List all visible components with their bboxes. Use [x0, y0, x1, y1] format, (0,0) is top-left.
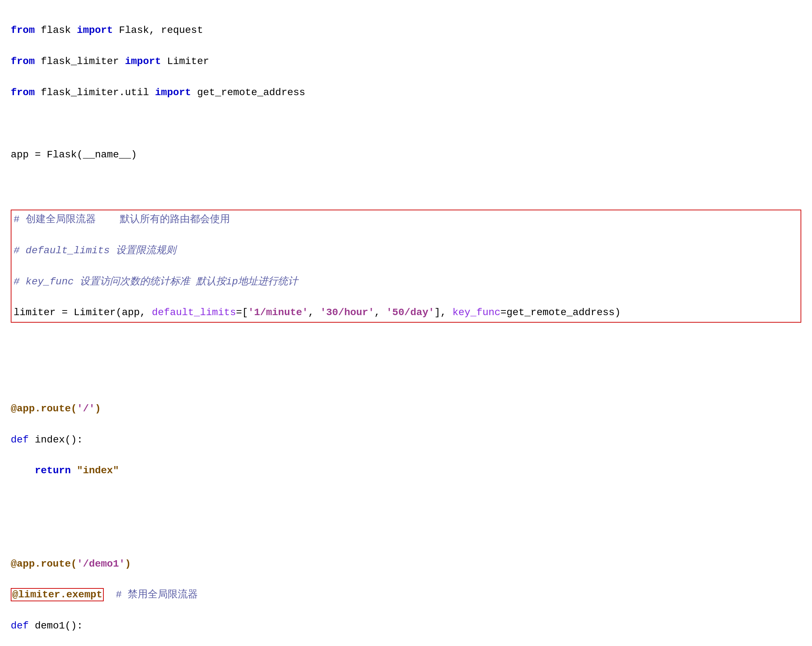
line-14: def index():: [11, 432, 801, 447]
line-10: limiter = Limiter(app, default_limits=['…: [14, 305, 798, 320]
line-1: from flask import Flask, request: [11, 23, 801, 38]
highlighted-block-1: # 创建全局限流器 默认所有的路由都会使用 # default_limits 设…: [11, 209, 801, 323]
line-2: from flask_limiter import Limiter: [11, 53, 801, 69]
line-5: app = Flask(__name__): [11, 147, 801, 162]
code-editor: from flask import Flask, request from fl…: [11, 7, 801, 646]
line-7: # 创建全局限流器 默认所有的路由都会使用: [14, 212, 798, 227]
line-12: [11, 370, 801, 385]
line-9: # key_func 设置访问次数的统计标准 默认按ip地址进行统计: [14, 274, 798, 289]
line-6: [11, 178, 801, 193]
line-4: [11, 116, 801, 131]
line-13: @app.route('/'): [11, 401, 801, 416]
line-8: # default_limits 设置限流规则: [14, 243, 798, 258]
line-18: @app.route('/demo1'): [11, 556, 801, 571]
line-20: def demo1():: [11, 618, 801, 634]
exempt-box: @limiter.exempt: [11, 588, 104, 601]
line-19: @limiter.exempt # 禁用全局限流器: [11, 587, 801, 602]
line-3: from flask_limiter.util import get_remot…: [11, 85, 801, 100]
line-17: [11, 525, 801, 541]
line-15: return "index": [11, 463, 801, 478]
line-11: [11, 339, 801, 354]
line-16: [11, 494, 801, 509]
